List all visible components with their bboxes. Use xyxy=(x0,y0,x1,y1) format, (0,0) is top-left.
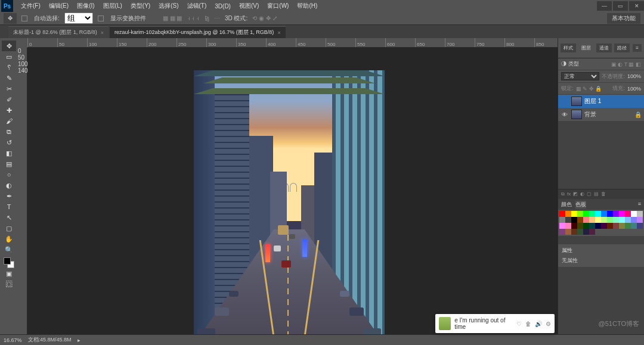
panel-tab-swatches[interactable]: 色板 xyxy=(575,201,586,209)
swatch[interactable] xyxy=(583,217,589,223)
swatch[interactable] xyxy=(559,223,565,229)
swatch[interactable] xyxy=(571,217,577,223)
document-tab-1[interactable]: 未标题-1 @ 82.6% (图层 1, RGB/8) × xyxy=(8,26,109,38)
delete-icon[interactable]: 🗑 xyxy=(525,321,531,327)
maximize-button[interactable]: ▭ xyxy=(613,1,628,11)
swatch[interactable] xyxy=(589,223,595,229)
swatch[interactable] xyxy=(601,217,607,223)
new-layer-icon[interactable]: ▤ xyxy=(594,191,599,197)
menu-select[interactable]: 选择(S) xyxy=(154,2,182,10)
status-expand-icon[interactable]: ▸ xyxy=(78,337,80,343)
panel-tab-layers[interactable]: 图层 xyxy=(578,43,594,52)
close-tab-icon[interactable]: × xyxy=(101,30,104,36)
swatch[interactable] xyxy=(559,211,565,217)
swatch[interactable] xyxy=(571,229,577,235)
swatch[interactable] xyxy=(577,229,583,235)
blend-mode-dropdown[interactable]: 正常 xyxy=(561,72,599,80)
swatch[interactable] xyxy=(577,223,583,229)
dodge-tool[interactable]: ◐ xyxy=(2,180,16,191)
swatch[interactable] xyxy=(589,217,595,223)
history-brush-tool[interactable]: ↺ xyxy=(2,137,16,148)
opacity-value[interactable]: 100% xyxy=(627,73,641,79)
heart-icon[interactable]: ♡ xyxy=(516,321,522,327)
vertical-ruler[interactable]: 050100140 xyxy=(18,48,27,334)
swatch[interactable] xyxy=(595,223,601,229)
swatch[interactable] xyxy=(595,211,601,217)
menu-layer[interactable]: 图层(L) xyxy=(99,2,126,10)
document-canvas[interactable] xyxy=(194,70,385,344)
swatch[interactable] xyxy=(607,217,613,223)
menu-3d[interactable]: 3D(D) xyxy=(210,3,235,10)
panel-tab-channels[interactable]: 通道 xyxy=(596,43,612,52)
foreground-background-colors[interactable] xyxy=(4,257,14,268)
clone-stamp-tool[interactable]: ⧉ xyxy=(2,126,16,137)
delete-layer-icon[interactable]: 🗑 xyxy=(601,191,606,197)
shape-tool[interactable]: ▢ xyxy=(2,223,16,234)
swatch[interactable] xyxy=(571,211,577,217)
swatch[interactable] xyxy=(589,211,595,217)
swatch[interactable] xyxy=(619,211,625,217)
foreground-color-swatch[interactable] xyxy=(4,257,11,265)
swatch[interactable] xyxy=(577,211,583,217)
document-tab-2[interactable]: rezaul-karim-102abqkKbbY-unsplash.jpg @ … xyxy=(110,26,286,38)
canvas-area[interactable]: 0501001502002503003504004505005506006507… xyxy=(18,38,558,334)
menu-help[interactable]: 帮助(H) xyxy=(293,2,321,10)
menu-filter[interactable]: 滤镜(T) xyxy=(183,2,211,10)
panel-tab-paths[interactable]: 路径 xyxy=(614,43,630,52)
layer-row[interactable]: 图层 1 xyxy=(558,95,644,108)
menu-edit[interactable]: 编辑(E) xyxy=(45,2,73,10)
marquee-tool[interactable]: ▭ xyxy=(2,51,16,62)
zoom-level[interactable]: 16.67% xyxy=(4,337,22,343)
move-tool[interactable]: ✥ xyxy=(2,41,16,51)
adjustment-layer-icon[interactable]: ◐ xyxy=(580,191,584,197)
swatch[interactable] xyxy=(565,229,571,235)
swatch[interactable] xyxy=(631,223,637,229)
volume-icon[interactable]: 🔊 xyxy=(535,321,542,327)
swatch[interactable] xyxy=(631,211,637,217)
swatch[interactable] xyxy=(595,217,601,223)
show-transform-checkbox[interactable] xyxy=(98,15,104,21)
swatch[interactable] xyxy=(565,217,571,223)
swatch[interactable] xyxy=(601,223,607,229)
swatch[interactable] xyxy=(619,223,625,229)
type-tool[interactable]: T xyxy=(2,201,16,212)
settings-icon[interactable]: ⚙ xyxy=(546,321,551,327)
panel-menu-icon[interactable]: ≡ xyxy=(633,44,642,52)
quick-mask-toggle[interactable]: ▣ xyxy=(2,268,16,279)
swatch[interactable] xyxy=(583,223,589,229)
fill-value[interactable]: 100% xyxy=(627,86,641,92)
gradient-tool[interactable]: ▤ xyxy=(2,158,16,169)
swatch[interactable] xyxy=(637,211,643,217)
layer-name[interactable]: 背景 xyxy=(584,110,596,119)
swatch[interactable] xyxy=(571,223,577,229)
swatch[interactable] xyxy=(637,217,643,223)
path-select-tool[interactable]: ↖ xyxy=(2,212,16,223)
workspace-switcher[interactable]: 基本功能 xyxy=(607,13,640,24)
pen-tool[interactable]: ✒ xyxy=(2,191,16,201)
document-info[interactable]: 文档:45.8M/45.8M xyxy=(28,336,72,344)
layer-style-icon[interactable]: fx xyxy=(567,191,571,197)
crop-tool[interactable]: ✂ xyxy=(2,83,16,94)
swatch[interactable] xyxy=(631,217,637,223)
menu-file[interactable]: 文件(F) xyxy=(17,2,45,10)
swatch[interactable] xyxy=(637,223,643,229)
swatch[interactable] xyxy=(625,217,631,223)
move-tool-preset-icon[interactable]: ✥ xyxy=(4,13,17,24)
eyedropper-tool[interactable]: ✐ xyxy=(2,94,16,105)
group-icon[interactable]: ▢ xyxy=(587,191,592,197)
close-button[interactable]: ✕ xyxy=(629,1,644,11)
swatch[interactable] xyxy=(601,211,607,217)
visibility-toggle-icon[interactable]: 👁 xyxy=(561,111,569,118)
swatch[interactable] xyxy=(613,223,619,229)
swatch[interactable] xyxy=(613,217,619,223)
quick-select-tool[interactable]: ✎ xyxy=(2,73,16,83)
hand-tool[interactable]: ✋ xyxy=(2,234,16,244)
swatch[interactable] xyxy=(589,229,595,235)
swatch[interactable] xyxy=(613,211,619,217)
swatch[interactable] xyxy=(607,223,613,229)
panel-menu-icon[interactable]: ≡ xyxy=(638,201,641,209)
swatch[interactable] xyxy=(565,223,571,229)
auto-select-dropdown[interactable]: 组 xyxy=(64,13,93,24)
healing-tool[interactable]: ✚ xyxy=(2,105,16,116)
layer-thumbnail[interactable] xyxy=(571,97,582,106)
